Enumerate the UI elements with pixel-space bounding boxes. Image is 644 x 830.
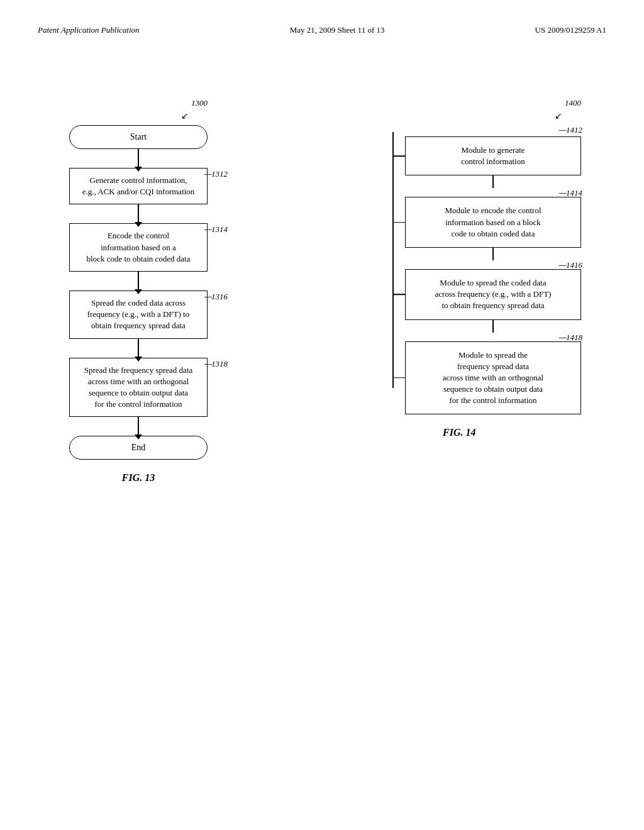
module-1416-wrapper: Module to spread the coded dataacross fr… [405, 269, 581, 320]
step-1318-box: Spread the frequency spread dataacross t… [69, 358, 208, 418]
fig13-flowchart: 1300 ↙ Start ⸻1312 Generate control info… [50, 98, 226, 484]
module-1416-text: Module to spread the coded dataacross fr… [435, 278, 552, 310]
header: Patent Application Publication May 21, 2… [38, 25, 606, 35]
fig13-arrow-indicator: ↙ [181, 111, 189, 121]
diagrams-container: 1300 ↙ Start ⸻1312 Generate control info… [38, 98, 606, 484]
fig13-end-label: End [131, 443, 146, 452]
module-1412-box: Module to generatecontrol information [405, 136, 581, 175]
module-1418-text: Module to spread thefrequency spread dat… [443, 350, 543, 406]
horiz-line-1412 [392, 155, 405, 157]
module-1418-wrapper: Module to spread thefrequency spread dat… [405, 341, 581, 415]
fig13-start-box: Start [69, 125, 208, 149]
step-1316-box: Spread the coded data acrossfrequency (e… [69, 290, 208, 339]
module-1414-box: Module to encode the controlinformation … [405, 197, 581, 248]
fig13-start-label: Start [130, 132, 147, 141]
header-center: May 21, 2009 Sheet 11 of 13 [290, 25, 385, 35]
step-1312-label: ⸻1312 [203, 169, 228, 179]
fig13-caption: FIG. 13 [122, 472, 155, 484]
module-1414-wrapper: Module to encode the controlinformation … [405, 197, 581, 248]
module-1412-label: ⸻1412 [558, 125, 582, 135]
module-1412-wrapper: Module to generatecontrol information [405, 136, 581, 175]
step-1314-text: Encode the controlinformation based on a… [87, 231, 191, 263]
fig14-arrow-indicator: ↙ [555, 111, 562, 121]
module-1414-text: Module to encode the controlinformation … [445, 206, 541, 238]
horiz-line-1416 [392, 294, 405, 295]
fig13-ref-label: 1300 [191, 98, 208, 108]
step-1318-label: ⸻1318 [203, 359, 228, 369]
vert-line-3 [492, 320, 494, 333]
header-left: Patent Application Publication [38, 25, 140, 35]
arrow-3 [138, 272, 139, 290]
fig14-ref-label: 1400 [565, 98, 581, 108]
arrow-5 [138, 417, 139, 436]
step-1314-label: ⸻1314 [203, 224, 228, 235]
fig14-diagram: 1400 ↙ ⸻1412 Module to generatecontrol i… [405, 98, 594, 438]
arrow-2 [138, 204, 139, 223]
step-1312-box: Generate control information,e.g., ACK a… [69, 168, 208, 204]
horiz-line-1418 [392, 377, 405, 379]
vert-line-1 [492, 175, 494, 188]
horiz-line-1414 [392, 222, 405, 223]
arrow-4 [138, 339, 139, 358]
page: Patent Application Publication May 21, 2… [0, 0, 644, 830]
fig14-caption: FIG. 14 [443, 427, 475, 438]
vert-line-2 [492, 248, 494, 260]
step-1318-text: Spread the frequency spread dataacross t… [84, 365, 193, 409]
step-1316-label: ⸻1316 [203, 292, 228, 302]
module-1412-text: Module to generatecontrol information [461, 145, 525, 166]
module-1418-box: Module to spread thefrequency spread dat… [405, 341, 581, 415]
header-right: US 2009/0129259 A1 [535, 25, 606, 35]
step-1312-text: Generate control information,e.g., ACK a… [82, 175, 195, 196]
step-1316-text: Spread the coded data acrossfrequency (e… [87, 298, 189, 330]
arrow-1 [138, 149, 139, 168]
step-1314-box: Encode the controlinformation based on a… [69, 223, 208, 272]
module-1416-box: Module to spread the coded dataacross fr… [405, 269, 581, 320]
